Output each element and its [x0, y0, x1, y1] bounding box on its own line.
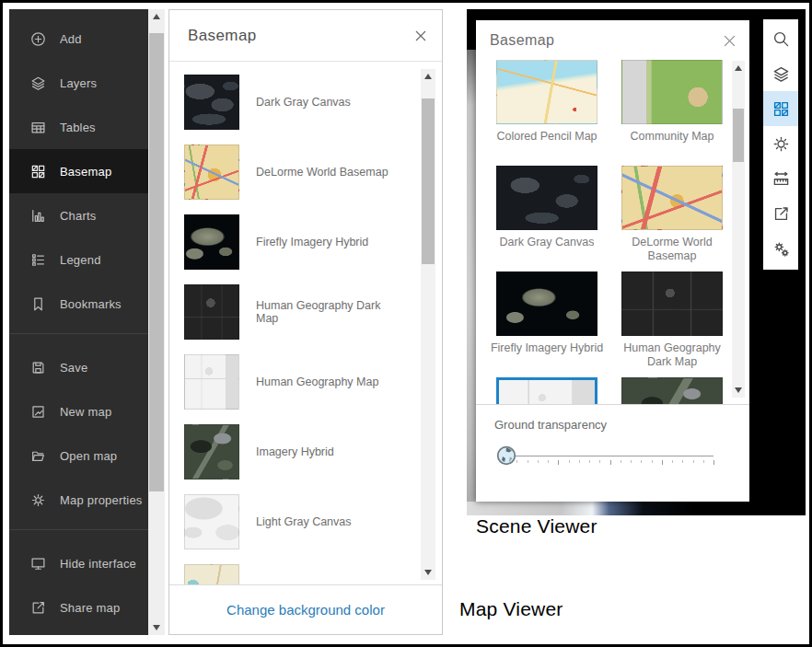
ground-transparency-section: Ground transparency: [476, 404, 749, 502]
scroll-up-arrow-icon[interactable]: [735, 65, 742, 71]
basemap-option-human-geography-dark-map[interactable]: Human Geography Dark Map: [169, 277, 442, 347]
ground-transparency-label: Ground transparency: [494, 418, 749, 432]
close-icon[interactable]: [414, 29, 427, 42]
change-background-color-link[interactable]: Change background color: [226, 602, 385, 618]
search-icon: [772, 30, 790, 48]
basemap-icon: [772, 100, 790, 118]
basemap-thumbnail-delorme: [621, 166, 723, 230]
panel-header: Basemap: [476, 20, 749, 57]
basemap-option-firefly-imagery-hybrid[interactable]: Firefly Imagery Hybrid: [169, 207, 442, 277]
add-icon: [30, 31, 46, 47]
sidebar-item-hide-interface[interactable]: Hide interface: [9, 541, 148, 585]
sidebar-item-open-map[interactable]: Open map: [9, 433, 148, 478]
sidebar-item-add[interactable]: Add: [9, 17, 148, 61]
sidebar-item-legend[interactable]: Legend: [9, 237, 148, 282]
basemap-option-human-geography-map[interactable]: Human Geography Map: [490, 377, 604, 404]
slider-track[interactable]: [506, 456, 713, 456]
scene-viewer-screenshot: Basemap Colored Pencil Map Community Map…: [467, 9, 806, 515]
basemap-thumbnail-hg-light: [184, 354, 239, 410]
basemap-thumbnail-light-gray: [184, 494, 239, 549]
slider-ticks: [506, 460, 713, 466]
share-icon: [30, 600, 46, 616]
toolbar-item-search[interactable]: [763, 21, 798, 56]
scene-viewer-caption: Scene Viewer: [476, 515, 597, 537]
basemap-list: Dark Gray Canvas DeLorme World Basemap F…: [169, 62, 442, 584]
scrollbar-thumb[interactable]: [422, 98, 435, 264]
basemap-thumbnail-dark-gray-canvas: [496, 166, 597, 230]
sidebar-item-share-map[interactable]: Share map: [9, 585, 148, 630]
scrollbar-thumb[interactable]: [149, 33, 164, 491]
toolbar-item-daylight[interactable]: [763, 126, 798, 161]
basemap-option-human-geography-map[interactable]: Human Geography Map: [169, 347, 442, 417]
save-icon: [30, 360, 46, 375]
sidebar-item-charts[interactable]: Charts: [9, 193, 148, 237]
basemap-thumbnail-dark-gray-canvas: [184, 75, 239, 130]
layers-icon: [30, 75, 46, 91]
screenshot-frame: Add Layers Tables Basemap Charts Legend …: [0, 0, 812, 647]
basemap-option-community-map[interactable]: Community Map: [615, 60, 729, 166]
monitor-icon: [30, 556, 46, 572]
basemap-list-viewport: Dark Gray Canvas DeLorme World Basemap F…: [169, 62, 442, 584]
sidebar-group-content: Add Layers Tables Basemap Charts Legend …: [9, 9, 148, 329]
basemap-option-dark-gray-canvas[interactable]: Dark Gray Canvas: [169, 67, 442, 137]
basemap-thumbnail-hg-dark: [621, 272, 723, 336]
scroll-down-arrow-icon[interactable]: [424, 570, 432, 575]
basemap-thumbnail-midcentury: [184, 564, 239, 584]
scroll-up-arrow-icon[interactable]: [153, 14, 160, 19]
basemap-option-mid-century-map[interactable]: Mid-Century Map: [169, 557, 442, 584]
scroll-up-arrow-icon[interactable]: [424, 74, 432, 79]
share-icon: [772, 205, 790, 223]
charts-icon: [30, 208, 46, 224]
sidebar-item-map-properties[interactable]: Map properties: [9, 478, 148, 522]
basemap-option-human-geography-dark-map[interactable]: Human Geography Dark Map: [615, 272, 729, 377]
sidebar-divider: [9, 333, 148, 334]
sidebar-item-save[interactable]: Save: [9, 345, 148, 389]
sidebar-scrollbar[interactable]: [148, 9, 165, 635]
toolbar-item-measure[interactable]: [763, 161, 798, 196]
basemap-option-firefly-imagery-hybrid[interactable]: Firefly Imagery Hybrid: [490, 272, 604, 377]
basemap-thumbnail-hg-dark: [184, 284, 239, 340]
new-map-icon: [30, 404, 46, 420]
basemap-option-dark-gray-canvas[interactable]: Dark Gray Canvas: [490, 166, 604, 272]
toolbar-item-settings[interactable]: [763, 231, 798, 266]
close-icon[interactable]: [723, 34, 737, 48]
globe-slider-handle[interactable]: [496, 445, 516, 466]
basemap-thumbnail-delorme: [184, 144, 239, 200]
basemap-option-delorme-world-basemap[interactable]: DeLorme World Basemap: [169, 137, 442, 207]
scrollbar-thumb[interactable]: [733, 109, 744, 162]
map-viewer-basemap-panel: Basemap Dark Gray Canvas DeLorme World B…: [168, 9, 443, 635]
gear-icon: [30, 492, 46, 508]
basemap-grid-viewport: Colored Pencil Map Community Map Dark Gr…: [476, 57, 749, 404]
scene-viewer-basemap-panel: Basemap Colored Pencil Map Community Map…: [476, 20, 749, 502]
basemap-list-scrollbar[interactable]: [421, 69, 435, 580]
sidebar-item-basemap[interactable]: Basemap: [9, 149, 148, 193]
toolbar-item-basemap[interactable]: [763, 91, 798, 126]
slider-tick-labels: [506, 468, 713, 481]
map-viewer-sidebar: Add Layers Tables Basemap Charts Legend …: [9, 9, 148, 635]
sidebar-item-new-map[interactable]: New map: [9, 389, 148, 433]
basemap-icon: [30, 164, 46, 179]
daylight-icon: [772, 135, 790, 153]
basemap-thumbnail-imagery: [184, 424, 239, 479]
toolbar-item-share[interactable]: [763, 196, 798, 231]
settings-icon: [772, 240, 790, 258]
sidebar-item-tables[interactable]: Tables: [9, 105, 148, 149]
basemap-option-imagery-hybrid[interactable]: Imagery Hybrid: [615, 377, 729, 404]
bookmarks-icon: [30, 296, 46, 312]
basemap-thumbnail-firefly: [496, 272, 597, 336]
sidebar-group-map-actions: Save New map Open map Map properties: [9, 338, 148, 526]
basemap-option-delorme-world-basemap[interactable]: DeLorme World Basemap: [615, 166, 729, 272]
basemap-option-light-gray-canvas[interactable]: Light Gray Canvas: [169, 487, 442, 557]
sidebar-item-layers[interactable]: Layers: [9, 61, 148, 105]
scroll-down-arrow-icon[interactable]: [153, 625, 160, 630]
toolbar-item-layers[interactable]: [763, 56, 798, 91]
panel-footer: Change background color: [169, 584, 442, 634]
basemap-thumbnail-hg-light: [496, 377, 597, 404]
scene-globe-edge: [467, 502, 806, 515]
scene-viewer-toolbar: [763, 19, 798, 270]
sidebar-item-bookmarks[interactable]: Bookmarks: [9, 282, 148, 326]
scroll-down-arrow-icon[interactable]: [735, 387, 742, 393]
basemap-option-colored-pencil-map[interactable]: Colored Pencil Map: [490, 60, 604, 166]
basemap-grid-scrollbar[interactable]: [732, 61, 745, 398]
basemap-option-imagery-hybrid[interactable]: Imagery Hybrid: [169, 417, 442, 487]
